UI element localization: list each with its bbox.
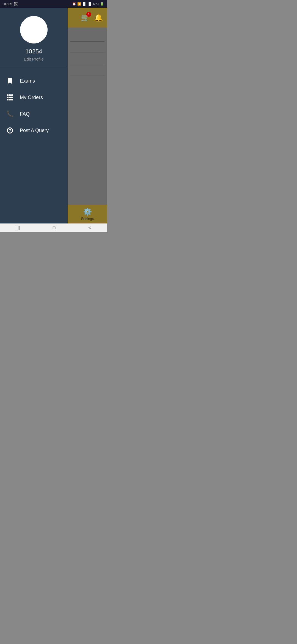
sidebar-item-post-query[interactable]: ? Post A Query — [0, 122, 68, 139]
sidebar: 10254 Edit Profile Exams — [0, 8, 68, 223]
status-right: ⏰ 📶 ▐▌ ▐▌ 69% 🔋 — [72, 2, 104, 6]
phone-icon: 📞 — [7, 111, 13, 117]
recent-apps-button[interactable]: ||| — [16, 225, 20, 230]
cart-badge: 1 — [86, 12, 91, 17]
divider-1 — [70, 41, 105, 42]
my-orders-label: My Orders — [20, 95, 43, 100]
app-wrapper: 10254 Edit Profile Exams — [0, 8, 107, 223]
sidebar-item-exams[interactable]: Exams — [0, 73, 68, 89]
alarm-icon: ⏰ — [72, 2, 76, 6]
grid-icon — [7, 94, 13, 101]
settings-icon: ⚙️ — [83, 208, 92, 216]
photo-icon: 🖼 — [14, 2, 18, 6]
divider-2 — [70, 53, 105, 53]
divider-3 — [70, 64, 105, 64]
top-bar: 🛒 1 🔔 — [68, 8, 107, 28]
post-query-label: Post A Query — [20, 128, 49, 133]
right-panel: 🛒 1 🔔 ⚙️ Settings — [68, 8, 107, 223]
settings-button[interactable]: ⚙️ Settings — [68, 205, 107, 223]
wifi-icon: 📶 — [77, 2, 81, 6]
notification-icon[interactable]: 🔔 — [94, 13, 103, 22]
faq-label: FAQ — [20, 111, 30, 117]
sidebar-menu: Exams My Orders 📞 FAQ — [0, 67, 68, 223]
battery-icon: 🔋 — [100, 2, 104, 6]
battery: 69% — [93, 2, 99, 6]
android-nav-bar: ||| □ < — [0, 223, 107, 232]
sidebar-header: 10254 Edit Profile — [0, 8, 68, 67]
exams-label: Exams — [20, 78, 35, 84]
sidebar-item-faq[interactable]: 📞 FAQ — [0, 106, 68, 122]
user-id: 10254 — [25, 48, 42, 55]
status-left: 10:35 🖼 — [3, 2, 18, 6]
divider-4 — [70, 75, 105, 75]
bookmark-icon — [7, 78, 13, 84]
content-area — [68, 28, 107, 205]
home-button[interactable]: □ — [53, 225, 56, 230]
signal1-icon: ▐▌ — [82, 2, 87, 6]
time: 10:35 — [3, 2, 12, 6]
edit-profile-link[interactable]: Edit Profile — [24, 57, 44, 61]
cart-button[interactable]: 🛒 1 — [81, 13, 90, 22]
back-button[interactable]: < — [88, 225, 91, 230]
settings-label: Settings — [81, 217, 94, 221]
sidebar-item-my-orders[interactable]: My Orders — [0, 89, 68, 106]
query-icon: ? — [7, 127, 13, 134]
status-bar: 10:35 🖼 ⏰ 📶 ▐▌ ▐▌ 69% 🔋 — [0, 0, 107, 8]
signal2-icon: ▐▌ — [87, 2, 92, 6]
avatar — [20, 16, 48, 43]
